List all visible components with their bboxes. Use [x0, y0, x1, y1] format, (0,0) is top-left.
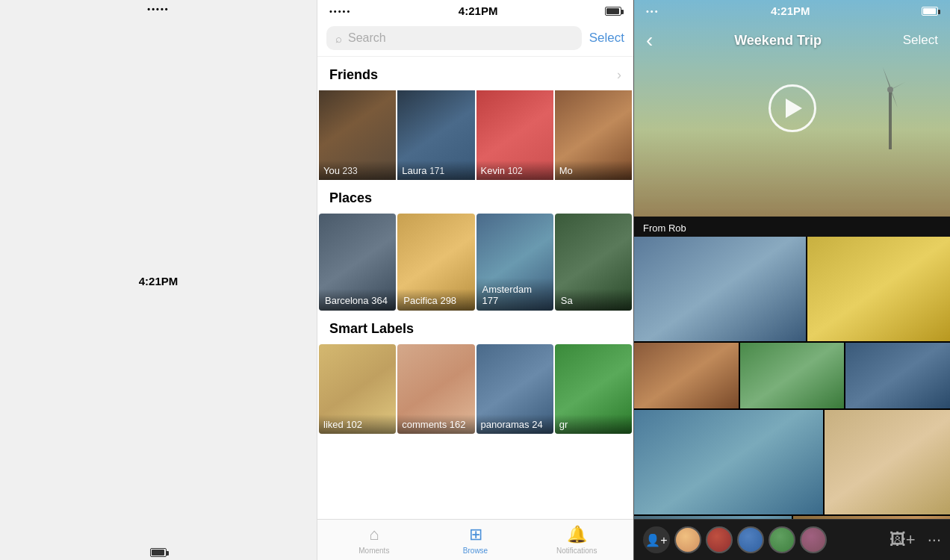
- smart-gr[interactable]: gr: [555, 344, 632, 434]
- panoramas-label: panoramas 24: [476, 414, 553, 434]
- friends-title: Friends: [329, 67, 378, 83]
- panel-weekend-trip: ••• 4:21PM ‹ Weekend Trip Select: [633, 0, 950, 560]
- comments-label: comments 162: [397, 414, 474, 434]
- place-amsterdam[interactable]: Amsterdam 177: [476, 214, 553, 311]
- battery-icon-3: [922, 7, 938, 16]
- friend-you[interactable]: You 233: [319, 90, 396, 180]
- more-options-icon[interactable]: ···: [928, 530, 941, 550]
- place-pacifica[interactable]: Pacifica 298: [397, 214, 474, 311]
- places-section-header: Places: [317, 180, 633, 214]
- add-photo-icon[interactable]: 🖼+: [890, 530, 916, 550]
- select-button-browse[interactable]: Select: [589, 31, 624, 46]
- gr-label: gr: [555, 414, 632, 434]
- search-input[interactable]: [348, 31, 573, 45]
- smart-liked[interactable]: liked 102: [319, 344, 396, 434]
- browse-icon-2: ⊞: [469, 525, 482, 544]
- smart-labels-section-header: Smart Labels: [317, 311, 633, 344]
- hero-section: ••• 4:21PM ‹ Weekend Trip Select: [634, 0, 950, 217]
- battery-area-2: [605, 7, 621, 16]
- pacifica-label: Pacifica 298: [397, 289, 474, 311]
- tab-browse-2-active[interactable]: ⊞ Browse: [425, 520, 527, 559]
- moments-tab-label-2: Moments: [358, 547, 389, 555]
- search-input-wrap[interactable]: ⌕: [326, 26, 582, 50]
- time-3: 4:21PM: [771, 4, 810, 17]
- liked-label: liked 102: [319, 414, 396, 434]
- avatar-row: 👤+: [643, 526, 827, 553]
- from-rob-label: From Rob: [634, 217, 950, 237]
- browse-tab-label-2: Browse: [463, 547, 488, 555]
- trip-title: Weekend Trip: [734, 33, 822, 49]
- add-person-icon: 👤+: [645, 533, 667, 547]
- panel-browse: ••••• 4:21PM ⌕ Select Friends › You 233: [317, 0, 633, 560]
- back-button[interactable]: ‹: [646, 28, 653, 52]
- signal-dots-2: •••••: [329, 7, 351, 16]
- search-icon: ⌕: [335, 32, 342, 45]
- status-bar-1: ••••• 4:21PM: [0, 0, 317, 560]
- select-button-trip[interactable]: Select: [903, 33, 938, 48]
- avatar-3[interactable]: [737, 526, 764, 553]
- trip-photo-7[interactable]: [825, 410, 950, 514]
- avatar-2[interactable]: [706, 526, 733, 553]
- smart-labels-row: liked 102 comments 162 panoramas 24 gr: [317, 344, 633, 434]
- friend-mo[interactable]: Mo: [555, 90, 632, 180]
- battery-icon: [150, 548, 167, 557]
- smart-panoramas[interactable]: panoramas 24: [476, 344, 553, 434]
- signal-dots: •••••: [147, 4, 169, 13]
- place-sa[interactable]: Sa: [555, 214, 632, 311]
- trip-footer: 👤+ 🖼+ ···: [634, 519, 950, 560]
- trip-photo-1[interactable]: [634, 237, 806, 341]
- trip-photo-4[interactable]: [740, 343, 845, 408]
- places-title: Places: [329, 190, 372, 206]
- friends-chevron-icon[interactable]: ›: [617, 67, 621, 83]
- battery-area-3: [922, 7, 938, 16]
- trip-photo-3[interactable]: [634, 343, 739, 408]
- status-bar-3: ••• 4:21PM: [634, 0, 950, 20]
- time-1: 4:21PM: [139, 275, 178, 287]
- sa-label: Sa: [555, 289, 632, 311]
- status-bar-2: ••••• 4:21PM: [317, 0, 633, 20]
- add-person-button[interactable]: 👤+: [643, 526, 670, 553]
- places-row: Barcelona 364 Pacifica 298 Amsterdam 177…: [317, 214, 633, 311]
- panel-moments: ••••• 4:21PM Hide Moments + PRIVATE SUGG…: [0, 0, 317, 560]
- smart-labels-title: Smart Labels: [329, 321, 414, 337]
- bell-icon-2: 🔔: [567, 525, 587, 544]
- notifications-tab-label-2: Notifications: [556, 547, 597, 555]
- battery-area: [150, 548, 167, 557]
- tab-moments-2[interactable]: ⌂ Moments: [323, 520, 425, 559]
- friend-kevin[interactable]: Kevin 102: [476, 90, 553, 180]
- trip-photo-2[interactable]: [807, 237, 950, 341]
- hero-nav: ‹ Weekend Trip Select: [634, 21, 950, 60]
- friend-you-label: You 233: [319, 161, 396, 180]
- avatar-5[interactable]: [800, 526, 827, 553]
- smart-comments[interactable]: comments 162: [397, 344, 474, 434]
- tab-bar-2: ⌂ Moments ⊞ Browse 🔔 Notifications: [317, 519, 633, 560]
- friends-row: You 233 Laura 171 Kevin 102 Mo: [317, 90, 633, 180]
- signal-dots-3: •••: [646, 7, 659, 16]
- amsterdam-label: Amsterdam 177: [476, 278, 553, 311]
- friends-section-header: Friends ›: [317, 57, 633, 90]
- avatar-4[interactable]: [769, 526, 795, 553]
- trip-photo-5[interactable]: [845, 343, 950, 408]
- tab-notifications-2[interactable]: 🔔 Notifications: [526, 520, 627, 559]
- friend-laura-label: Laura 171: [397, 161, 474, 180]
- search-bar: ⌕ Select: [317, 20, 633, 57]
- trip-photo-6[interactable]: [634, 410, 823, 514]
- trip-photo-grid[interactable]: [634, 237, 950, 519]
- footer-actions: 🖼+ ···: [890, 530, 941, 550]
- home-icon-2: ⌂: [369, 525, 379, 544]
- browse-scroll[interactable]: Friends › You 233 Laura 171 Kevin 102: [317, 57, 633, 519]
- place-barcelona[interactable]: Barcelona 364: [319, 214, 396, 311]
- barcelona-label: Barcelona 364: [319, 289, 396, 311]
- friend-mo-label: Mo: [555, 161, 632, 180]
- friend-laura[interactable]: Laura 171: [397, 90, 474, 180]
- friend-kevin-label: Kevin 102: [476, 161, 553, 180]
- time-2: 4:21PM: [459, 4, 498, 17]
- battery-icon-2: [605, 7, 621, 16]
- avatar-1[interactable]: [674, 526, 701, 553]
- play-button[interactable]: [769, 84, 816, 132]
